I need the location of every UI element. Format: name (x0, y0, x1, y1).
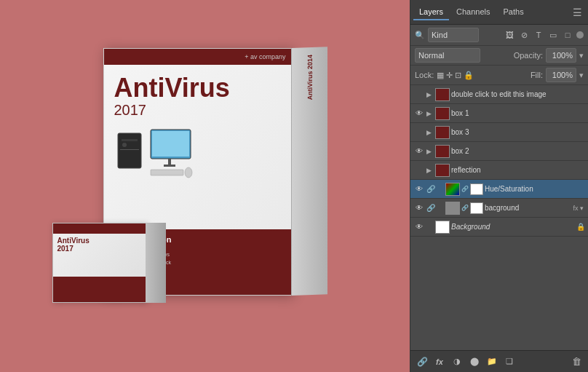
delete-layer-button[interactable]: 🗑 (569, 355, 584, 369)
filter-icons: 🖼 ⊘ T ▭ □ (504, 29, 584, 41)
text-filter-icon[interactable]: T (533, 29, 544, 41)
visibility-toggle-double-click[interactable] (413, 89, 425, 100)
layer-thumb-box2 (435, 145, 450, 158)
tab-layers[interactable]: Layers (413, 4, 449, 20)
layer-name-box1: box 1 (451, 109, 585, 117)
layer-name-box3: box 3 (451, 128, 585, 136)
lock-all-icon[interactable]: 🔒 (464, 71, 474, 80)
blend-mode-select[interactable]: Normal Multiply Screen (415, 48, 480, 63)
fx-button[interactable]: fx (432, 355, 447, 369)
eye-icon: 👁 (416, 185, 423, 193)
blend-row: Normal Multiply Screen Opacity: ▾ (410, 46, 588, 66)
lock-label: Lock: (415, 71, 434, 79)
tab-paths[interactable]: Paths (498, 4, 530, 20)
eye-icon: 👁 (416, 147, 423, 155)
small-box-title: AntiVirus2017 (57, 237, 142, 253)
layer-item-box3[interactable]: ▶box 3 (410, 123, 588, 142)
lock-artboard-icon[interactable]: ⊡ (455, 71, 461, 80)
layer-item-box1[interactable]: 👁▶box 1 (410, 104, 588, 123)
layer-thumb-reflection (435, 164, 450, 177)
svg-rect-3 (164, 165, 175, 167)
visibility-toggle-reflection[interactable] (413, 165, 425, 176)
expand-arrow-box2[interactable]: ▶ (426, 148, 434, 155)
add-adjustment-button[interactable]: ⬤ (467, 355, 482, 369)
opacity-label: Opacity: (514, 51, 543, 60)
fill-chevron[interactable]: ▾ (579, 71, 584, 80)
layer-name-hue-saturation: Hue/Saturation (485, 185, 585, 193)
svg-rect-1 (152, 131, 189, 157)
visibility-toggle-box1[interactable]: 👁 (413, 108, 425, 119)
small-box-top-band (53, 223, 146, 234)
chain-icon-background-layer: 🔗 (426, 204, 435, 212)
smart-filter-icon[interactable]: □ (562, 29, 573, 41)
visibility-toggle-box3[interactable] (413, 127, 425, 138)
layer-item-background-layer[interactable]: 👁🔗🔗bacgroundfx ▾ (410, 199, 588, 218)
layer-name-background: Background (451, 223, 575, 231)
lock-move-icon[interactable]: ✛ (446, 71, 453, 80)
search-icon: 🔍 (415, 31, 425, 40)
fill-input[interactable] (546, 68, 576, 82)
svg-rect-8 (151, 170, 183, 175)
layers-list: ▶double click to edit this image👁▶box 1▶… (410, 85, 588, 350)
computer-illustration (114, 126, 194, 184)
tab-channels[interactable]: Channels (450, 4, 496, 20)
canvas-area: + av company AntiVirus 2017 (0, 0, 410, 372)
small-box-side (146, 223, 166, 303)
layer-thumb-box3 (435, 126, 450, 139)
kind-select[interactable]: Kind (428, 28, 479, 42)
fx-badge-background-layer: fx ▾ (573, 205, 584, 212)
visibility-toggle-hue-saturation[interactable]: 👁 (413, 183, 425, 195)
box-side-text: AntiVirus 2014 (306, 54, 313, 100)
product-mockup: + av company AntiVirus 2017 (45, 33, 365, 339)
layer-name-reflection: reflection (451, 166, 585, 174)
visibility-toggle-box2[interactable]: 👁 (413, 146, 425, 157)
opacity-input[interactable] (546, 48, 576, 63)
company-label: + av company (245, 53, 285, 60)
product-year: 2017 (114, 102, 282, 119)
box-top-band: + av company (104, 49, 292, 65)
expand-arrow-box3[interactable]: ▶ (426, 129, 434, 136)
adjust-filter-icon[interactable]: ⊘ (518, 29, 530, 41)
layer-item-double-click[interactable]: ▶double click to edit this image (410, 85, 588, 104)
layer-item-background[interactable]: 👁Background🔒 (410, 218, 588, 237)
product-name: AntiVirus (114, 74, 282, 103)
visibility-toggle-background-layer[interactable]: 👁 (413, 202, 425, 214)
panel-menu-icon[interactable]: ☰ (570, 5, 585, 20)
lock-icon-background: 🔒 (576, 223, 585, 231)
layer-thumb-hue-saturation (445, 183, 460, 196)
panel-tabs: Layers Channels Paths (413, 4, 530, 20)
small-box-content: AntiVirus2017 (53, 234, 146, 256)
layer-mask-hue-saturation (470, 183, 483, 195)
expand-arrow-double-click[interactable]: ▶ (426, 91, 434, 98)
fill-label: Fill: (531, 71, 543, 79)
layer-item-box2[interactable]: 👁▶box 2 (410, 142, 588, 161)
svg-rect-4 (118, 133, 141, 168)
eye-icon: 👁 (416, 223, 423, 231)
small-box-bottom-band (53, 277, 146, 302)
visibility-toggle-background[interactable]: 👁 (413, 221, 425, 233)
add-group-button[interactable]: 📁 (485, 355, 499, 369)
shape-filter-icon[interactable]: ▭ (547, 29, 559, 41)
layer-item-hue-saturation[interactable]: 👁🔗🔗Hue/Saturation (410, 180, 588, 199)
svg-point-6 (122, 143, 127, 147)
layer-name-box2: box 2 (451, 147, 585, 155)
svg-rect-5 (122, 139, 138, 141)
opacity-chevron[interactable]: ▾ (579, 51, 584, 60)
image-filter-icon[interactable]: 🖼 (504, 29, 515, 41)
mask-chain-hue-saturation: 🔗 (461, 186, 469, 192)
layer-thumb-double-click (435, 88, 450, 101)
add-mask-button[interactable]: ◑ (450, 355, 464, 369)
layer-thumb-box1 (435, 107, 450, 120)
svg-point-9 (185, 167, 192, 178)
layer-mask-background-layer (470, 202, 483, 214)
link-layers-button[interactable]: 🔗 (415, 355, 429, 369)
svg-rect-7 (120, 149, 139, 150)
chain-icon-hue-saturation: 🔗 (426, 185, 435, 193)
eye-icon: 👁 (416, 204, 423, 212)
layer-item-reflection[interactable]: ▶reflection (410, 161, 588, 180)
layer-thumb-background (435, 221, 450, 234)
lock-pixels-icon[interactable]: ▦ (437, 71, 444, 80)
new-layer-button[interactable]: ❑ (502, 355, 517, 369)
expand-arrow-box1[interactable]: ▶ (426, 110, 434, 117)
expand-arrow-reflection[interactable]: ▶ (426, 167, 434, 174)
